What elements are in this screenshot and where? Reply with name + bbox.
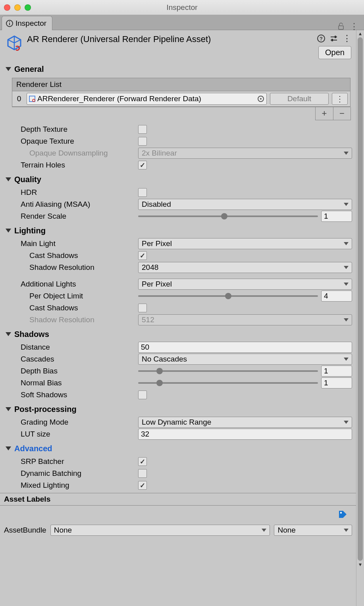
dynamic-batching-label: Dynamic Batching (0, 469, 138, 478)
opaque-texture-checkbox[interactable] (138, 137, 147, 146)
foldout-icon (6, 67, 11, 71)
additional-cast-shadows-label: Cast Shadows (0, 304, 138, 312)
renderer-list-row[interactable]: 0 ARRenderer_Renderer (Forward Renderer … (12, 91, 350, 106)
foldout-icon (6, 446, 11, 450)
dynamic-batching-checkbox[interactable] (138, 469, 147, 478)
srp-batcher-label: SRP Batcher (0, 457, 138, 466)
renderer-index: 0 (15, 94, 23, 103)
depth-bias-field[interactable]: 1 (321, 366, 352, 377)
per-object-limit-slider[interactable] (138, 290, 318, 302)
srp-batcher-checkbox[interactable] (138, 457, 147, 466)
additional-lights-dropdown[interactable]: Per Pixel (138, 279, 352, 290)
renderer-default-button[interactable]: Default (270, 93, 329, 105)
shadow-resolution-dropdown[interactable]: 2048 (138, 262, 352, 273)
window-title: Inspector (0, 3, 364, 12)
cascades-dropdown[interactable]: No Cascades (138, 354, 352, 365)
foldout-icon (6, 332, 11, 336)
section-shadows[interactable]: Shadows (0, 326, 356, 341)
anti-aliasing-dropdown[interactable]: Disabled (138, 199, 352, 210)
renderer-menu-button[interactable]: ⋮ (332, 93, 348, 105)
tag-icon[interactable] (338, 510, 347, 519)
urp-asset-icon (6, 35, 23, 52)
renderer-list-header: Renderer List (12, 78, 350, 91)
kebab-icon[interactable]: ⋮ (350, 24, 358, 29)
object-picker-icon[interactable] (258, 96, 264, 102)
main-cast-shadows-checkbox[interactable] (138, 251, 147, 260)
tab-inspector[interactable]: Inspector (2, 16, 52, 30)
svg-rect-8 (335, 36, 336, 38)
hdr-checkbox[interactable] (138, 188, 147, 197)
scroll-thumb[interactable] (358, 37, 363, 561)
main-light-dropdown[interactable]: Per Pixel (138, 238, 352, 249)
section-quality[interactable]: Quality (0, 171, 356, 187)
asset-labels-header[interactable]: Asset Labels (0, 493, 356, 506)
soft-shadows-checkbox[interactable] (138, 391, 147, 399)
window-titlebar: Inspector (0, 0, 364, 15)
foldout-icon (6, 177, 11, 181)
lock-icon[interactable] (338, 23, 344, 30)
svg-point-12 (340, 512, 342, 514)
asset-header: AR Renderer (Universal Render Pipeline A… (0, 30, 356, 61)
open-button[interactable]: Open (318, 46, 351, 59)
foldout-icon (6, 229, 11, 233)
kebab-icon[interactable]: ⋮ (343, 33, 351, 44)
remove-renderer-button[interactable]: − (333, 107, 351, 120)
renderer-object-field[interactable]: ARRenderer_Renderer (Forward Renderer Da… (27, 93, 267, 105)
terrain-holes-checkbox[interactable] (138, 161, 147, 169)
normal-bias-slider[interactable] (138, 377, 318, 389)
additional-lights-label: Additional Lights (0, 280, 138, 289)
asset-bundle-name-dropdown[interactable]: None (50, 525, 270, 536)
foldout-icon (6, 407, 11, 411)
sliders-icon[interactable] (330, 35, 338, 42)
additional-cast-shadows-checkbox[interactable] (138, 304, 147, 312)
depth-texture-checkbox[interactable] (138, 125, 147, 134)
asset-labels-body (0, 506, 356, 522)
depth-texture-label: Depth Texture (0, 125, 138, 134)
asset-bundle-label: AssetBundle (4, 526, 46, 535)
soft-shadows-label: Soft Shadows (0, 391, 138, 399)
svg-rect-9 (331, 39, 333, 41)
section-lighting[interactable]: Lighting (0, 222, 356, 238)
scriptable-object-icon (29, 95, 36, 102)
mixed-lighting-label: Mixed Lighting (0, 481, 138, 490)
lut-size-field[interactable]: 32 (138, 429, 352, 440)
hdr-label: HDR (0, 188, 138, 197)
tab-label: Inspector (15, 19, 46, 28)
asset-bundle-row: AssetBundle None None (0, 522, 356, 538)
opaque-texture-label: Opaque Texture (0, 137, 138, 146)
per-object-limit-label: Per Object Limit (0, 292, 138, 300)
section-post-processing[interactable]: Post-processing (0, 401, 356, 416)
section-advanced[interactable]: Advanced (0, 440, 356, 456)
render-scale-field[interactable]: 1 (321, 211, 352, 222)
svg-point-11 (33, 99, 35, 102)
svg-rect-10 (29, 96, 35, 102)
shadow-distance-label: Distance (0, 343, 138, 352)
opaque-downsampling-label: Opaque Downsampling (0, 149, 138, 158)
terrain-holes-label: Terrain Holes (0, 161, 138, 169)
lut-size-label: LUT size (0, 430, 138, 439)
anti-aliasing-label: Anti Aliasing (MSAA) (0, 200, 138, 209)
vertical-scrollbar[interactable]: ▴ ▾ (356, 30, 364, 606)
render-scale-slider[interactable] (138, 211, 318, 222)
depth-bias-slider[interactable] (138, 366, 318, 377)
per-object-limit-field[interactable]: 4 (321, 290, 352, 302)
section-general[interactable]: General (0, 61, 356, 76)
normal-bias-field[interactable]: 1 (321, 377, 352, 389)
svg-rect-1 (9, 23, 10, 25)
shadow-distance-field[interactable]: 50 (138, 342, 352, 353)
main-light-label: Main Light (0, 239, 138, 248)
inspector-content: AR Renderer (Universal Render Pipeline A… (0, 30, 356, 606)
info-icon (6, 20, 13, 27)
add-renderer-button[interactable]: + (316, 107, 333, 120)
normal-bias-label: Normal Bias (0, 379, 138, 387)
additional-shadow-res-label: Shadow Resolution (0, 316, 138, 324)
shadow-resolution-label: Shadow Resolution (0, 263, 138, 272)
scroll-up-button[interactable]: ▴ (356, 30, 364, 37)
mixed-lighting-checkbox[interactable] (138, 481, 147, 490)
asset-bundle-variant-dropdown[interactable]: None (274, 525, 352, 536)
opaque-downsampling-dropdown: 2x Bilinear (138, 148, 352, 159)
grading-mode-dropdown[interactable]: Low Dynamic Range (138, 417, 352, 428)
help-icon[interactable]: ? (317, 35, 325, 42)
svg-text:?: ? (320, 36, 323, 42)
scroll-down-button[interactable]: ▾ (356, 561, 364, 568)
